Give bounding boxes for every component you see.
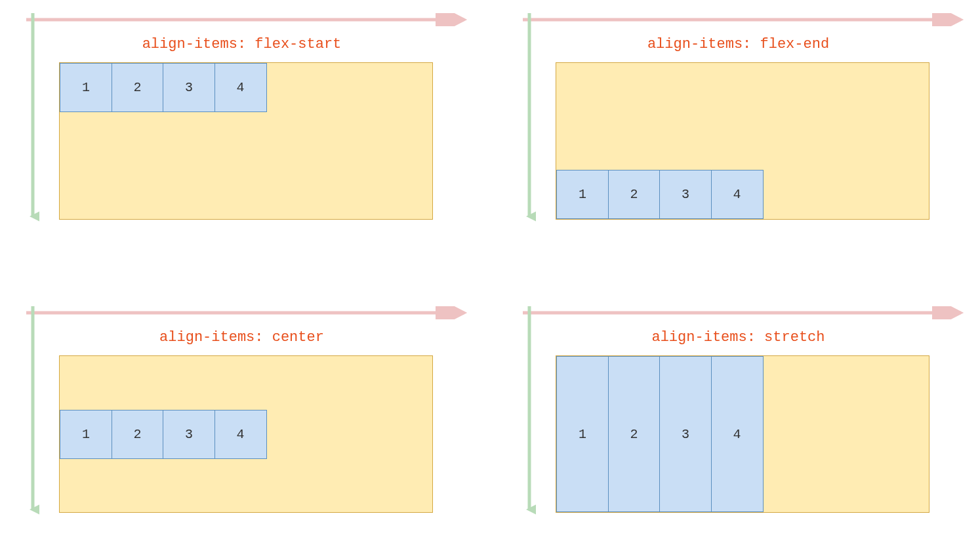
flex-item: 3 — [659, 170, 712, 219]
flex-container: 1 2 3 4 — [556, 355, 929, 513]
flex-container: 1 2 3 4 — [556, 62, 929, 220]
flex-item: 2 — [112, 410, 164, 459]
flex-item: 4 — [214, 63, 267, 112]
flex-item: 2 — [112, 63, 164, 112]
flex-item: 3 — [163, 410, 215, 459]
container-wrap: 1 2 3 4 — [59, 62, 433, 220]
cross-axis-arrow — [523, 306, 536, 516]
container-wrap: 1 2 3 4 — [59, 355, 433, 513]
flex-item: 4 — [214, 410, 267, 459]
main-axis-arrow — [523, 13, 967, 26]
flex-item: 4 — [711, 170, 764, 219]
panel-stretch: align-items: stretch 1 2 3 4 — [510, 306, 967, 547]
panel-title: align-items: flex-start — [142, 36, 342, 52]
flex-container: 1 2 3 4 — [59, 62, 433, 220]
flex-item: 2 — [608, 170, 661, 219]
cross-axis-arrow — [26, 306, 39, 516]
panel-flex-start: align-items: flex-start 1 2 3 4 — [13, 13, 470, 254]
flex-item: 1 — [556, 356, 609, 512]
panel-title: align-items: flex-end — [647, 36, 829, 52]
panel-center: align-items: center 1 2 3 4 — [13, 306, 470, 547]
cross-axis-arrow — [523, 13, 536, 223]
flex-item: 3 — [659, 356, 712, 512]
flex-item: 1 — [556, 170, 609, 219]
flex-item: 3 — [163, 63, 215, 112]
main-axis-arrow — [523, 306, 967, 319]
panel-title: align-items: stretch — [651, 329, 825, 346]
flex-item: 2 — [608, 356, 661, 512]
panel-flex-end: align-items: flex-end 1 2 3 4 — [510, 13, 967, 254]
main-axis-arrow — [26, 306, 470, 319]
flex-item: 1 — [60, 410, 112, 459]
panel-title: align-items: center — [159, 329, 324, 346]
flex-container: 1 2 3 4 — [59, 355, 433, 513]
container-wrap: 1 2 3 4 — [556, 62, 929, 220]
flex-item: 4 — [711, 356, 764, 512]
diagram-grid: align-items: flex-start 1 2 3 4 align-it… — [13, 13, 967, 547]
main-axis-arrow — [26, 13, 470, 26]
container-wrap: 1 2 3 4 — [556, 355, 929, 513]
cross-axis-arrow — [26, 13, 39, 223]
flex-item: 1 — [60, 63, 112, 112]
